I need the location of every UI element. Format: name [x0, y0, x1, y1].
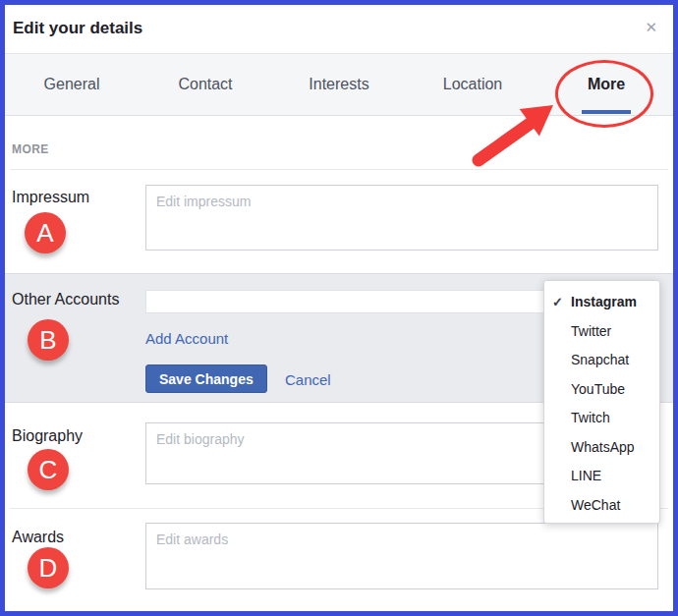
other-accounts-label: Other Accounts — [12, 291, 119, 308]
dropdown-item-twitter[interactable]: Twitter — [544, 317, 659, 347]
dropdown-item-label: YouTube — [571, 381, 625, 397]
dropdown-item-label: LINE — [571, 468, 601, 483]
dropdown-item-snapchat[interactable]: Snapchat — [544, 346, 659, 375]
dropdown-item-label: Instagram — [571, 294, 637, 309]
annotation-marker-a: A — [25, 212, 66, 253]
tab-bar: General Contact Interests Location More — [5, 54, 673, 116]
dropdown-item-label: Snapchat — [571, 352, 629, 367]
dropdown-item-label: WhatsApp — [571, 439, 635, 455]
check-icon: ✓ — [552, 288, 563, 317]
awards-label: Awards — [12, 529, 64, 546]
section-divider — [10, 169, 668, 170]
tab-contact[interactable]: Contact — [139, 54, 272, 115]
tab-contact-label: Contact — [178, 76, 232, 93]
annotation-marker-b: B — [28, 319, 69, 361]
tab-more[interactable]: More — [539, 54, 673, 115]
dropdown-item-line[interactable]: LINE — [544, 462, 659, 491]
save-changes-button[interactable]: Save Changes — [145, 364, 267, 393]
annotation-marker-d: D — [28, 547, 69, 588]
tab-general-label: General — [44, 76, 100, 93]
dropdown-item-label: WeChat — [571, 497, 620, 513]
dialog-title: Edit your details — [13, 19, 142, 38]
tab-more-label: More — [588, 76, 625, 93]
active-tab-underline — [582, 110, 631, 114]
impressum-label: Impressum — [12, 189, 89, 206]
dropdown-item-label: Twitch — [571, 410, 610, 425]
accounts-dropdown: ✓ Instagram Twitter Snapchat YouTube Twi… — [543, 280, 660, 524]
dialog-header: Edit your details ✕ — [5, 5, 673, 54]
dropdown-item-wechat[interactable]: WeChat — [544, 491, 659, 521]
edit-details-dialog: Edit your details ✕ General Contact Inte… — [0, 0, 678, 616]
close-icon[interactable]: ✕ — [645, 20, 657, 34]
dropdown-item-label: Twitter — [571, 323, 611, 339]
impressum-textarea[interactable] — [145, 185, 658, 251]
tab-location-label: Location — [443, 76, 503, 93]
dropdown-item-whatsapp[interactable]: WhatsApp — [544, 433, 659, 463]
tab-interests[interactable]: Interests — [272, 54, 406, 115]
dropdown-item-instagram[interactable]: ✓ Instagram — [544, 288, 659, 317]
tab-interests-label: Interests — [309, 76, 368, 93]
more-section-header: MORE — [12, 142, 49, 156]
add-account-link[interactable]: Add Account — [145, 330, 228, 347]
tab-location[interactable]: Location — [406, 54, 539, 115]
cancel-link[interactable]: Cancel — [285, 371, 331, 388]
annotation-marker-c: C — [28, 449, 69, 490]
dropdown-item-youtube[interactable]: YouTube — [544, 375, 659, 405]
awards-textarea[interactable] — [145, 523, 658, 589]
biography-label: Biography — [12, 427, 83, 445]
tab-general[interactable]: General — [5, 54, 139, 115]
dropdown-item-twitch[interactable]: Twitch — [544, 404, 659, 433]
